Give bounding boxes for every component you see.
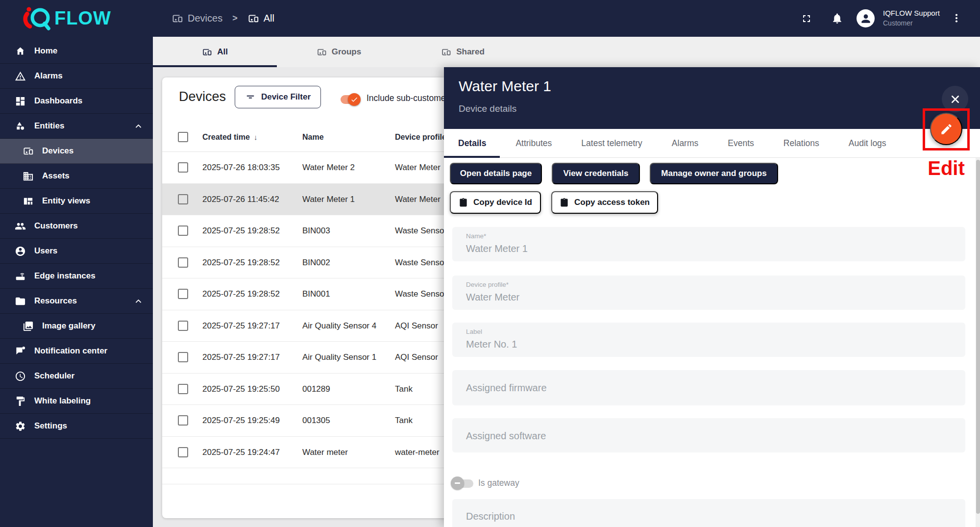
- devices-icon: [172, 13, 183, 25]
- sidebar-item-alarms[interactable]: Alarms: [0, 64, 153, 89]
- account-circle-icon: [15, 246, 26, 257]
- label-field[interactable]: Label Meter No. 1: [452, 323, 965, 357]
- devices-icon: [23, 146, 34, 157]
- row-checkbox[interactable]: [178, 384, 188, 394]
- name-field[interactable]: Name* Water Meter 1: [452, 227, 965, 261]
- panel-tab-bar: Details Attributes Latest telemetry Alar…: [444, 129, 980, 158]
- panel-tab-events[interactable]: Events: [728, 138, 754, 149]
- copy-access-token-button[interactable]: Copy access token: [551, 191, 658, 214]
- panel-active-tab-underline: [444, 156, 500, 158]
- sidebar-item-notification-center[interactable]: Notification center: [0, 339, 153, 364]
- people-icon: [15, 221, 26, 232]
- home-icon: [15, 46, 26, 57]
- breadcrumb: Devices > All: [172, 0, 274, 37]
- sidebar-item-entities[interactable]: Entities: [0, 114, 153, 139]
- sidebar-item-devices[interactable]: Devices: [0, 139, 153, 164]
- sidebar-item-resources[interactable]: Resources: [0, 289, 153, 314]
- breadcrumb-devices[interactable]: Devices: [172, 13, 222, 25]
- sidebar-item-white-labeling[interactable]: White labeling: [0, 389, 153, 414]
- clock-icon: [15, 371, 26, 382]
- row-checkbox[interactable]: [178, 194, 188, 204]
- sidebar-item-scheduler[interactable]: Scheduler: [0, 364, 153, 389]
- more-menu-button[interactable]: [951, 12, 962, 24]
- dashboard-icon: [15, 96, 26, 107]
- view-layout-icon: [23, 196, 34, 207]
- panel-tab-details[interactable]: Details: [458, 138, 486, 149]
- check-icon: [350, 96, 358, 103]
- row-checkbox[interactable]: [178, 321, 188, 331]
- panel-tab-alarms[interactable]: Alarms: [672, 138, 698, 149]
- toggle-thumb[interactable]: [348, 93, 361, 106]
- panel-header: Water Meter 1 Device details: [444, 67, 980, 129]
- person-icon: [859, 12, 872, 25]
- row-checkbox[interactable]: [178, 162, 188, 173]
- sidebar-item-image-gallery[interactable]: Image gallery: [0, 314, 153, 339]
- device-profile-field[interactable]: Device profile* Water Meter: [452, 276, 965, 310]
- sidebar-item-dashboards[interactable]: Dashboards: [0, 89, 153, 114]
- chevron-up-icon[interactable]: [133, 121, 144, 132]
- tab-all[interactable]: All: [153, 37, 277, 67]
- label-field-value: Meter No. 1: [466, 339, 517, 350]
- user-role: Customer: [883, 18, 940, 28]
- warning-icon: [15, 71, 26, 82]
- panel-tab-relations[interactable]: Relations: [784, 138, 819, 149]
- sort-desc-icon[interactable]: ↓: [254, 133, 258, 141]
- assigned-firmware-field[interactable]: Assigned firmware: [452, 370, 965, 405]
- tab-groups[interactable]: Groups: [277, 37, 401, 67]
- sidebar-item-edge-instances[interactable]: Edge instances: [0, 264, 153, 289]
- user-name: IQFLOW Support: [883, 8, 940, 18]
- column-header-name[interactable]: Name: [302, 133, 324, 142]
- panel-action-buttons: Open details page View credentials Manag…: [450, 163, 778, 184]
- include-sub-customers-label: Include sub-customers: [367, 93, 453, 103]
- notifications-button[interactable]: [831, 12, 843, 25]
- open-details-page-button[interactable]: Open details page: [450, 163, 542, 184]
- row-checkbox[interactable]: [178, 447, 188, 457]
- view-credentials-button[interactable]: View credentials: [552, 163, 640, 184]
- copy-device-id-button[interactable]: Copy device Id: [450, 191, 541, 214]
- devices-icon: [441, 47, 451, 57]
- is-gateway-toggle-thumb[interactable]: [451, 477, 464, 490]
- device-details-panel: Water Meter 1 Device details Details Att…: [444, 67, 980, 527]
- breadcrumb-devices-label: Devices: [188, 13, 222, 24]
- row-checkbox[interactable]: [178, 257, 188, 268]
- sidebar-item-assets[interactable]: Assets: [0, 164, 153, 189]
- panel-tab-audit-logs[interactable]: Audit logs: [849, 138, 886, 149]
- breadcrumb-all[interactable]: All: [247, 13, 274, 25]
- sidebar-nav: Home Alarms Dashboards Entities Devices …: [0, 37, 153, 527]
- devices-icon: [202, 47, 212, 57]
- user-info[interactable]: IQFLOW Support Customer: [883, 8, 940, 28]
- row-checkbox[interactable]: [178, 415, 188, 426]
- row-checkbox[interactable]: [178, 289, 188, 299]
- page-title: Devices: [179, 89, 226, 104]
- column-header-device-profile[interactable]: Device profile: [395, 133, 446, 142]
- tab-shared[interactable]: Shared: [401, 37, 525, 67]
- fullscreen-icon: [801, 13, 812, 25]
- manage-owner-groups-button[interactable]: Manage owner and groups: [650, 163, 778, 184]
- panel-subtitle: Device details: [459, 103, 516, 114]
- sidebar-item-customers[interactable]: Customers: [0, 214, 153, 239]
- sidebar-item-settings[interactable]: Settings: [0, 414, 153, 439]
- app-root: FLOW Devices > All: [0, 0, 980, 527]
- row-checkbox[interactable]: [178, 226, 188, 236]
- column-header-created-time[interactable]: Created time↓: [202, 133, 257, 142]
- assigned-firmware-placeholder: Assigned firmware: [466, 370, 547, 405]
- select-all-checkbox[interactable]: [178, 132, 188, 142]
- description-field[interactable]: Description: [452, 499, 965, 527]
- device-filter-button[interactable]: Device Filter: [235, 86, 321, 108]
- sidebar-item-entity-views[interactable]: Entity views: [0, 189, 153, 214]
- is-gateway-label: Is gateway: [478, 478, 519, 488]
- bell-icon: [831, 12, 843, 25]
- row-checkbox[interactable]: [178, 352, 188, 362]
- description-field-label: Description: [466, 511, 515, 522]
- app-logo[interactable]: FLOW: [23, 4, 111, 32]
- assigned-software-field[interactable]: Assigned software: [452, 418, 965, 452]
- chevron-up-icon[interactable]: [133, 296, 144, 307]
- sidebar-item-users[interactable]: Users: [0, 239, 153, 264]
- panel-scrollbar-thumb[interactable]: [976, 160, 980, 514]
- panel-tab-attributes[interactable]: Attributes: [515, 138, 552, 149]
- sidebar-item-home[interactable]: Home: [0, 39, 153, 64]
- devices-icon: [317, 47, 327, 57]
- fullscreen-button[interactable]: [801, 13, 812, 25]
- panel-tab-latest-telemetry[interactable]: Latest telemetry: [581, 138, 642, 149]
- user-avatar[interactable]: [857, 9, 875, 27]
